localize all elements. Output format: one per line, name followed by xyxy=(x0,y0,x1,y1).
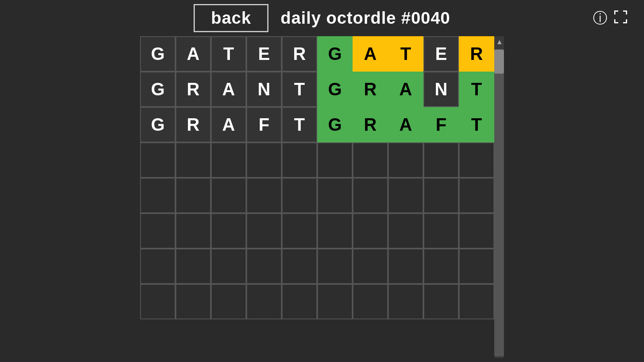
cell-l1-4: E xyxy=(246,36,282,72)
left-grid: G A T E R G R A N T G R A F T xyxy=(140,36,317,358)
cell-l4-3 xyxy=(211,142,246,178)
cell-l1-3: T xyxy=(211,36,246,72)
header-icons: ⓘ xyxy=(593,10,628,27)
cell-l5-2 xyxy=(175,178,211,213)
cell-l1-2: A xyxy=(175,36,211,72)
grid-row xyxy=(317,142,494,178)
cell-l1-1: G xyxy=(140,36,175,72)
cell-l3-3: A xyxy=(211,107,246,142)
full-grid: G A T E R G R A N T G R A F T xyxy=(140,36,504,358)
cell-r5-1 xyxy=(317,178,353,213)
cell-r6-3 xyxy=(388,213,423,249)
cell-l6-3 xyxy=(211,213,246,249)
cell-r4-5 xyxy=(459,142,494,178)
grid-row xyxy=(140,142,317,178)
cell-r2-4: N xyxy=(423,72,459,107)
cell-l5-3 xyxy=(211,178,246,213)
cell-r2-5: T xyxy=(459,72,494,107)
page-title: daily octordle #0040 xyxy=(281,8,450,28)
cell-l6-4 xyxy=(246,213,282,249)
cell-l3-5: T xyxy=(282,107,317,142)
cell-l2-2: R xyxy=(175,72,211,107)
fullscreen-icon[interactable] xyxy=(613,10,628,27)
game-area: G A T E R G R A N T G R A F T xyxy=(0,36,644,358)
cell-r8-1 xyxy=(317,284,353,319)
cell-r8-3 xyxy=(388,284,423,319)
back-button[interactable]: back xyxy=(194,4,268,32)
cell-l8-5 xyxy=(282,284,317,319)
scroll-up-arrow[interactable]: ▲ xyxy=(494,36,504,48)
cell-r1-1: G xyxy=(317,36,353,72)
cell-r8-5 xyxy=(459,284,494,319)
svg-rect-1 xyxy=(614,10,615,14)
cell-r5-2 xyxy=(353,178,388,213)
cell-l8-3 xyxy=(211,284,246,319)
svg-rect-3 xyxy=(626,10,627,14)
grid-row xyxy=(317,249,494,284)
cell-r3-2: R xyxy=(353,107,388,142)
cell-l5-5 xyxy=(282,178,317,213)
grid-row xyxy=(140,249,317,284)
cell-r3-3: A xyxy=(388,107,423,142)
cell-r7-4 xyxy=(423,249,459,284)
grid-row: G R A F T xyxy=(317,107,494,142)
cell-l5-4 xyxy=(246,178,282,213)
cell-l8-1 xyxy=(140,284,175,319)
cell-r7-2 xyxy=(353,249,388,284)
svg-rect-7 xyxy=(626,19,627,23)
cell-r8-2 xyxy=(353,284,388,319)
cell-l3-2: R xyxy=(175,107,211,142)
cell-r3-5: T xyxy=(459,107,494,142)
scrollbar[interactable]: ▲ xyxy=(494,36,504,358)
help-icon[interactable]: ⓘ xyxy=(593,11,607,25)
cell-r8-4 xyxy=(423,284,459,319)
grid-row: G A T E R xyxy=(140,36,317,72)
scroll-thumb[interactable] xyxy=(494,49,504,74)
grid-row xyxy=(140,178,317,213)
cell-r2-1: G xyxy=(317,72,353,107)
cell-r1-2: A xyxy=(353,36,388,72)
cell-l5-1 xyxy=(140,178,175,213)
cell-l6-5 xyxy=(282,213,317,249)
right-grid: G A T E R G R A N T G R A F T xyxy=(317,36,494,358)
svg-rect-5 xyxy=(614,19,615,23)
cell-l2-1: G xyxy=(140,72,175,107)
cell-l4-1 xyxy=(140,142,175,178)
scroll-track[interactable] xyxy=(494,49,504,356)
cell-r7-5 xyxy=(459,249,494,284)
grid-row xyxy=(317,284,494,319)
cell-r1-3: T xyxy=(388,36,423,72)
cell-r4-1 xyxy=(317,142,353,178)
cell-l7-4 xyxy=(246,249,282,284)
cell-r1-5: R xyxy=(459,36,494,72)
grid-row xyxy=(317,213,494,249)
grid-row: G R A F T xyxy=(140,107,317,142)
cell-l6-2 xyxy=(175,213,211,249)
cell-l7-2 xyxy=(175,249,211,284)
cell-r5-3 xyxy=(388,178,423,213)
cell-r6-5 xyxy=(459,213,494,249)
cell-l7-1 xyxy=(140,249,175,284)
cell-r4-3 xyxy=(388,142,423,178)
cell-l2-4: N xyxy=(246,72,282,107)
cell-l7-3 xyxy=(211,249,246,284)
cell-r4-4 xyxy=(423,142,459,178)
cell-l2-3: A xyxy=(211,72,246,107)
grid-row: G R A N T xyxy=(317,72,494,107)
grid-row xyxy=(317,178,494,213)
cell-r5-4 xyxy=(423,178,459,213)
cell-l4-2 xyxy=(175,142,211,178)
cell-l2-5: T xyxy=(282,72,317,107)
cell-r3-4: F xyxy=(423,107,459,142)
cell-r3-1: G xyxy=(317,107,353,142)
cell-r7-1 xyxy=(317,249,353,284)
cell-r6-4 xyxy=(423,213,459,249)
cell-l3-1: G xyxy=(140,107,175,142)
grid-row xyxy=(140,284,317,319)
cell-l8-2 xyxy=(175,284,211,319)
cell-r4-2 xyxy=(353,142,388,178)
cell-l8-4 xyxy=(246,284,282,319)
cell-l7-5 xyxy=(282,249,317,284)
cell-r6-1 xyxy=(317,213,353,249)
grid-row: G R A N T xyxy=(140,72,317,107)
